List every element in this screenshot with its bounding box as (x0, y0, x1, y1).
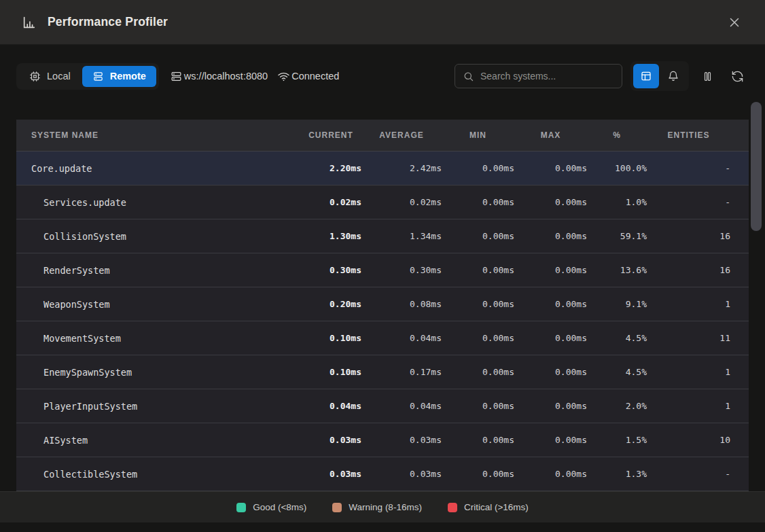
min-cell: 0.00ms (442, 469, 514, 479)
entities-cell: - (647, 197, 730, 207)
current-cell: 0.03ms (300, 469, 361, 479)
table-row[interactable]: CollectibleSystem 0.03ms 0.03ms 0.00ms 0… (16, 457, 749, 491)
max-cell: 0.00ms (514, 367, 587, 377)
average-cell: 0.04ms (361, 333, 442, 343)
percent-cell: 59.1% (587, 231, 647, 241)
average-cell: 2.42ms (361, 163, 442, 173)
legend-item: Good (<8ms) (236, 502, 306, 512)
system-name-cell: WeaponSystem (16, 299, 300, 310)
title-bar: Performance Profiler (0, 0, 765, 45)
percent-cell: 13.6% (587, 265, 647, 275)
refresh-icon (731, 70, 744, 83)
legend-swatch (236, 503, 246, 512)
server-icon (170, 70, 183, 83)
table-row[interactable]: RenderSystem 0.30ms 0.30ms 0.00ms 0.00ms… (16, 253, 749, 287)
column-header-min: MIN (442, 130, 514, 140)
column-header-max: MAX (514, 130, 587, 140)
local-mode-button[interactable]: Local (19, 66, 81, 87)
percent-cell: 4.5% (587, 333, 647, 343)
min-cell: 0.00ms (442, 333, 514, 343)
average-cell: 0.30ms (361, 265, 442, 275)
table-row[interactable]: CollisionSystem 1.30ms 1.34ms 0.00ms 0.0… (16, 219, 749, 253)
main-body: Local Remote (0, 45, 765, 491)
table-row[interactable]: Core.update 2.20ms 2.42ms 0.00ms 0.00ms … (16, 152, 749, 185)
system-name-cell: PlayerInputSystem (16, 401, 300, 412)
percent-cell: 1.5% (587, 435, 647, 445)
table-header-row: SYSTEM NAME CURRENT AVERAGE MIN MAX % EN… (16, 120, 749, 152)
connection-info: ws://localhost:8080 Connected (170, 70, 339, 83)
server-icon (92, 71, 104, 82)
table-row[interactable]: Services.update 0.02ms 0.02ms 0.00ms 0.0… (16, 185, 749, 219)
current-cell: 1.30ms (300, 231, 361, 241)
max-cell: 0.00ms (514, 469, 587, 479)
table-row[interactable]: MovementSystem 0.10ms 0.04ms 0.00ms 0.00… (16, 321, 749, 355)
ws-url: ws://localhost:8080 (184, 71, 268, 82)
average-cell: 0.08ms (361, 299, 442, 309)
system-name-cell: Services.update (16, 197, 300, 208)
current-cell: 0.04ms (300, 401, 361, 411)
column-header-average: AVERAGE (361, 130, 442, 140)
system-name-cell: RenderSystem (16, 265, 300, 276)
refresh-button[interactable] (726, 64, 749, 88)
min-cell: 0.00ms (442, 231, 514, 241)
table-icon (640, 70, 652, 82)
current-cell: 0.20ms (300, 299, 361, 309)
system-name-cell: CollectibleSystem (16, 469, 300, 480)
entities-cell: 10 (647, 435, 730, 445)
current-cell: 0.03ms (300, 435, 361, 445)
max-cell: 0.00ms (514, 163, 587, 173)
connection-status-group: Connected (277, 70, 339, 83)
close-icon[interactable] (724, 12, 745, 33)
systems-table: SYSTEM NAME CURRENT AVERAGE MIN MAX % EN… (16, 120, 749, 491)
max-cell: 0.00ms (514, 299, 587, 309)
column-header-current: CURRENT (300, 130, 361, 140)
legend-label: Warning (8-16ms) (349, 502, 422, 512)
pause-icon (701, 70, 714, 83)
average-cell: 1.34ms (361, 231, 442, 241)
table-row[interactable]: EnemySpawnSystem 0.10ms 0.17ms 0.00ms 0.… (16, 355, 749, 389)
legend-label: Critical (>16ms) (464, 502, 529, 512)
percent-cell: 4.5% (587, 367, 647, 377)
vertical-scrollbar-thumb[interactable] (751, 102, 762, 231)
table-row[interactable]: WeaponSystem 0.20ms 0.08ms 0.00ms 0.00ms… (16, 287, 749, 321)
column-header-system-name: SYSTEM NAME (16, 130, 300, 140)
table-row[interactable]: AISystem 0.03ms 0.03ms 0.00ms 0.00ms 1.5… (16, 423, 749, 457)
connection-status: Connected (291, 71, 339, 82)
legend-bar: Good (<8ms) Warning (8-16ms) Critical (>… (0, 491, 765, 522)
average-cell: 0.02ms (361, 197, 442, 207)
remote-mode-button[interactable]: Remote (82, 66, 156, 87)
table-row[interactable]: PlayerInputSystem 0.04ms 0.04ms 0.00ms 0… (16, 389, 749, 423)
system-name-cell: MovementSystem (16, 333, 300, 344)
entities-cell: - (647, 163, 730, 173)
average-cell: 0.03ms (361, 435, 442, 445)
max-cell: 0.00ms (514, 231, 587, 241)
alerts-button[interactable] (660, 64, 686, 88)
wifi-icon (277, 70, 290, 83)
system-name-cell: CollisionSystem (16, 231, 300, 242)
remote-mode-label: Remote (110, 71, 146, 82)
pause-button[interactable] (696, 64, 719, 88)
current-cell: 0.10ms (300, 367, 361, 377)
entities-cell: 11 (647, 333, 730, 343)
system-name-cell: AISystem (16, 435, 300, 446)
max-cell: 0.00ms (514, 333, 587, 343)
view-toggle-group (630, 61, 689, 91)
search-box (455, 64, 622, 88)
system-name-cell: EnemySpawnSystem (16, 367, 300, 378)
toolbar: Local Remote (16, 61, 749, 91)
entities-cell: 1 (647, 401, 730, 411)
average-cell: 0.04ms (361, 401, 442, 411)
legend-item: Critical (>16ms) (448, 502, 529, 512)
legend-swatch (448, 503, 457, 512)
percent-cell: 1.3% (587, 469, 647, 479)
entities-cell: - (647, 469, 730, 479)
table-view-button[interactable] (633, 64, 659, 88)
average-cell: 0.03ms (361, 469, 442, 479)
min-cell: 0.00ms (442, 265, 514, 275)
average-cell: 0.17ms (361, 367, 442, 377)
max-cell: 0.00ms (514, 435, 587, 445)
max-cell: 0.00ms (514, 401, 587, 411)
page-title: Performance Profiler (48, 15, 168, 29)
search-input[interactable] (480, 71, 614, 82)
min-cell: 0.00ms (442, 299, 514, 309)
